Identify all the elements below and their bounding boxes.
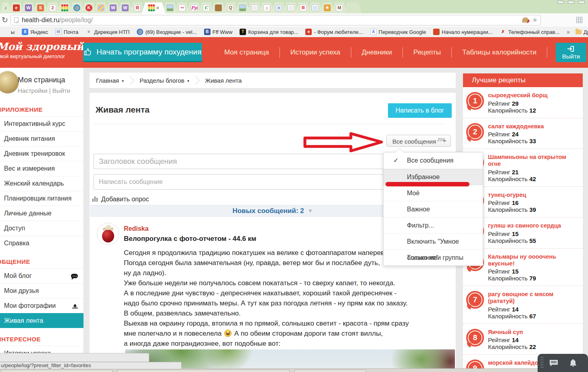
sidebar-item[interactable]: Интерактивный курс — [0, 116, 83, 131]
post-text: А по обеим сторонам дороги там стоят вил… — [232, 330, 383, 337]
recipe-link[interactable]: Кальмары ну оооочень вкусные! — [488, 253, 580, 267]
sidebar-item[interactable]: Мои фотографии — [0, 298, 83, 313]
page-title: Живая лента — [96, 105, 150, 115]
browser-tab[interactable]: × — [344, 2, 362, 13]
recipe-rank-badge: 1 — [466, 92, 484, 110]
status-bar-url: u/people/log/?preset_filter_id=favorites — [0, 362, 181, 369]
window-maximize-button[interactable] — [568, 1, 574, 4]
sidebar-item-label: Доступ — [4, 221, 25, 236]
post-author-link[interactable]: Rediska — [124, 225, 148, 232]
bookmark-item[interactable]: 8 Яндекс — [22, 29, 48, 35]
recipe-link[interactable]: салат каждодневка — [488, 123, 580, 130]
dropdown-menu-item[interactable]: ✓ Избранное — [384, 169, 483, 185]
tab-close-icon[interactable]: × — [156, 5, 159, 10]
tab-favicon: M — [336, 4, 343, 11]
sidebar-item[interactable]: Личные данные — [0, 206, 83, 221]
nav-separator — [547, 47, 547, 58]
recipe-link[interactable]: гуляш из свиного сердца — [488, 222, 580, 229]
nav-link[interactable]: Моя страница — [214, 48, 279, 56]
sidebar-item[interactable]: Мои друзья — [0, 283, 83, 298]
browser-toolbar: ↻ health-diet.ru /people/log/ ★ — [0, 13, 588, 27]
url-bar[interactable]: health-diet.ru /people/log/ ★ — [10, 15, 541, 25]
recipe-link[interactable]: Яичный суп — [488, 329, 580, 336]
dropdown-menu-item[interactable]: ✓ Моё — [384, 185, 483, 201]
start-program-button[interactable]: Начать программу похудения — [83, 43, 202, 62]
settings-link[interactable]: Настройки — [18, 87, 48, 94]
bookmark-item[interactable]: A Переводчик Google — [370, 29, 426, 35]
breadcrumb-item[interactable]: Главная — [96, 77, 124, 84]
page-icon — [14, 17, 19, 23]
breadcrumb-item[interactable]: Живая лента — [189, 77, 242, 84]
sidebar-item[interactable]: ПРИЛОЖЕНИЕ — [0, 98, 83, 116]
palette-blocked-icon[interactable] — [522, 17, 529, 23]
taskbar-button[interactable] — [294, 370, 366, 372]
sidebar-item[interactable]: Живая лента — [0, 313, 83, 328]
bookmark-item[interactable]: ✗ Телефонный справ... — [500, 29, 559, 35]
nav-link[interactable]: Таблицы калорийности — [452, 48, 547, 56]
sidebar-item[interactable]: Планировщик питания — [0, 191, 83, 206]
sidebar-item[interactable]: Справка — [0, 236, 83, 251]
profile-logout-link[interactable]: Выйти — [52, 87, 70, 94]
bookmarks-overflow-chevron[interactable]: » — [567, 29, 570, 35]
profile-title-link[interactable]: Моя страница — [18, 76, 65, 84]
calories-label: Калорийность — [488, 343, 528, 350]
taskbar-button[interactable] — [1, 370, 113, 372]
nav-link[interactable]: Рецепты — [403, 48, 451, 56]
avatar[interactable] — [0, 71, 19, 94]
apps-grid-icon[interactable] — [576, 17, 582, 23]
tab-favicon: Q — [227, 4, 234, 11]
bookmark-label: (69) Входящие - vel... — [145, 29, 196, 35]
sidebar-item[interactable]: ОБЩЕНИЕ — [0, 251, 83, 268]
sidebar-item[interactable]: Доступ — [0, 221, 83, 236]
bookmark-item[interactable]: Начало нумерации... — [433, 29, 492, 35]
post-title[interactable]: Велопрогулка с фото-отчетом - 44.6 км — [124, 235, 256, 243]
drag-grip-icon[interactable] — [540, 357, 544, 369]
bookmark-item[interactable]: ы — [2, 29, 15, 35]
dropdown-item-label: Важное — [407, 206, 430, 213]
new-messages-link[interactable]: Новых сообщений: 2 — [232, 207, 304, 215]
bookmark-item[interactable]: ≡ Дирекция НТП — [85, 29, 129, 35]
write-blog-button[interactable]: Написать в блог — [388, 103, 452, 118]
bookmark-star-icon[interactable]: ★ — [532, 16, 538, 24]
window-minimize-button[interactable] — [557, 1, 564, 4]
dropdown-menu-item[interactable]: ✓ Только мои группы — [384, 249, 483, 265]
dropdown-menu-item[interactable]: ✓ Все сообщения — [384, 153, 483, 169]
comment-icon — [71, 274, 78, 278]
chat-icon[interactable] — [549, 359, 559, 367]
recipe-link[interactable]: сыроедческий борщ — [488, 92, 580, 99]
recipe-link[interactable]: Шампиньоны на открытом огне — [488, 154, 580, 167]
taskbar-button[interactable] — [117, 370, 290, 372]
nav-link[interactable]: Дневники — [351, 48, 402, 56]
tab-favicon: @ — [73, 4, 80, 11]
messages-filter-button[interactable]: Все сообщения204 — [386, 135, 451, 147]
sidebar-item[interactable]: ИНТЕРЕСНОЕ — [0, 328, 83, 346]
rating-label: Рейтинг — [488, 230, 510, 237]
other-bookmarks-button[interactable]: Другие закла... — [575, 29, 588, 35]
sidebar-item[interactable]: Женский календарь — [0, 176, 83, 191]
scroll-down-icon[interactable]: ▼ — [308, 208, 313, 214]
post-author-avatar[interactable] — [97, 223, 119, 245]
dropdown-menu-item[interactable]: ✓ Фильтр... — [384, 217, 483, 233]
breadcrumb-item[interactable]: Разделы блогов — [124, 77, 189, 84]
reload-icon[interactable]: ↻ — [2, 15, 8, 25]
window-close-button[interactable] — [578, 1, 585, 4]
bookmark-item[interactable]: @ (69) Входящие - vel... — [137, 29, 196, 35]
logout-button[interactable]: Выйти — [556, 43, 586, 62]
bell-icon[interactable] — [569, 359, 577, 368]
sidebar-item[interactable]: Вес и измерения — [0, 161, 83, 176]
bookmark-item[interactable]: e - Форум любителе... — [305, 29, 363, 35]
sidebar-item[interactable]: Дневник тренировок — [0, 146, 83, 161]
sidebar-item[interactable]: Дневник питания — [0, 131, 83, 146]
bookmark-item[interactable]: ✉ Почта — [55, 29, 78, 35]
recipe-link[interactable]: тунец-огурец — [488, 192, 580, 199]
browser-tab[interactable]: × — [142, 2, 165, 13]
dropdown-menu-item[interactable]: ✓ Включить "Умное слежение" — [384, 233, 483, 249]
sidebar-item[interactable]: Мой блог — [0, 268, 83, 283]
dropdown-menu-item[interactable]: ✓ Важное — [384, 201, 483, 217]
recipe-link[interactable]: рагу овощное с мясом (рататуй) — [488, 291, 580, 304]
tab-favicon: ♥♥ — [179, 4, 186, 11]
bookmark-item[interactable]: T Корзина для товар... — [240, 29, 298, 35]
add-poll-button[interactable]: Добавить опрос — [94, 196, 149, 203]
bookmark-item[interactable]: B Fff Www — [204, 29, 233, 35]
nav-link[interactable]: Истории успеха — [280, 48, 351, 56]
